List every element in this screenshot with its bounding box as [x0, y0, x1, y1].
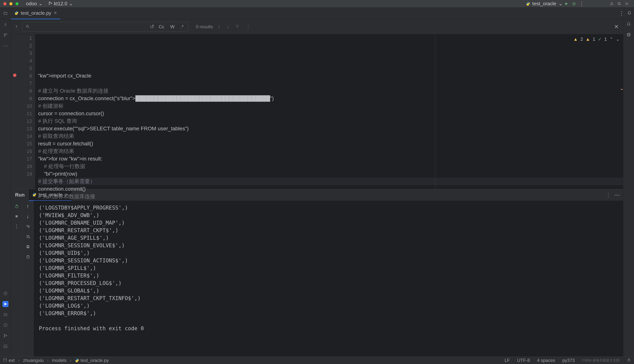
notifications-icon[interactable]: [627, 10, 631, 16]
run-config-selector[interactable]: test_oracle ⌄: [526, 1, 563, 6]
chevron-down-icon: ⌄: [69, 1, 73, 6]
right-toolbar: [623, 19, 634, 356]
zoom-window[interactable]: [16, 2, 19, 5]
svg-rect-23: [16, 216, 18, 218]
svg-point-9: [16, 12, 16, 12]
notifications-tool-icon[interactable]: [627, 22, 631, 28]
run-output-toolbar: ↑ ↓: [22, 201, 34, 356]
breadcrumb[interactable]: models: [52, 358, 67, 363]
inspection-widget[interactable]: ▲2 ▲1 ✓1 ⌃ ⌄: [573, 36, 620, 43]
find-bar: ↺ Cc W .* 0 results ↑ ↓ ⋮ ✕: [11, 19, 623, 34]
clear-icon[interactable]: [26, 254, 30, 260]
breakpoint-gutter[interactable]: [11, 34, 19, 189]
svg-rect-29: [628, 360, 630, 361]
line-number-gutter: 12345678910111213141516171819: [19, 34, 35, 189]
file-encoding[interactable]: UTF-8: [517, 358, 530, 363]
settings-icon[interactable]: [623, 0, 630, 8]
breadcrumb-separator: ›: [47, 358, 49, 363]
svg-point-7: [618, 2, 620, 4]
close-tab-icon[interactable]: ✕: [54, 10, 57, 16]
breadcrumb[interactable]: zhuangxiu: [23, 358, 44, 363]
watermark: CSDN @每天都是大太阳: [582, 358, 620, 363]
commit-tool-icon[interactable]: [3, 22, 9, 28]
svg-point-22: [26, 25, 28, 27]
debug-button[interactable]: [570, 0, 578, 8]
python-icon: [32, 192, 37, 197]
svg-point-18: [4, 334, 5, 335]
tab-options-icon[interactable]: ⋮: [619, 10, 624, 16]
database-tool-icon[interactable]: [627, 32, 631, 38]
interpreter[interactable]: py373: [562, 358, 574, 363]
scroll-down-icon[interactable]: ↓: [27, 214, 29, 220]
chevron-down-icon: ⌄: [39, 1, 43, 6]
regex-toggle[interactable]: .*: [179, 24, 185, 30]
project-selector[interactable]: odoo ⌄: [26, 1, 43, 6]
lock-icon[interactable]: [627, 358, 631, 363]
rerun-icon[interactable]: [14, 203, 20, 210]
run-more-icon[interactable]: ⋮: [14, 223, 20, 229]
terminal-tool-icon[interactable]: [3, 343, 9, 349]
svg-point-19: [4, 336, 5, 337]
history-icon[interactable]: ↺: [150, 24, 154, 30]
prev-match-icon[interactable]: ↑: [217, 23, 222, 31]
account-icon[interactable]: [608, 0, 615, 8]
line-ending[interactable]: LF: [504, 358, 510, 363]
print-icon[interactable]: [26, 244, 30, 250]
svg-rect-24: [27, 246, 29, 247]
minimize-window[interactable]: [10, 2, 13, 5]
stop-icon[interactable]: [14, 213, 20, 220]
run-config-name: test_oracle: [532, 1, 556, 6]
indent-setting[interactable]: 4 spaces: [537, 358, 555, 363]
typo-icon: ✓: [598, 36, 602, 43]
close-window[interactable]: [4, 2, 7, 5]
structure-tool-icon[interactable]: [3, 32, 9, 38]
soft-wrap-icon[interactable]: [26, 224, 30, 230]
breadcrumb-separator: ›: [70, 358, 72, 363]
filter-icon[interactable]: [234, 23, 241, 31]
scroll-up-icon[interactable]: ↑: [27, 203, 29, 209]
find-input[interactable]: [33, 24, 147, 30]
python-console-icon[interactable]: [3, 312, 9, 318]
svg-point-3: [527, 2, 527, 3]
run-tool-label[interactable]: Run: [11, 192, 29, 198]
run-button[interactable]: [563, 0, 570, 8]
problems-tool-icon[interactable]: [3, 322, 9, 328]
breadcrumb[interactable]: ext: [9, 358, 15, 363]
whole-word-toggle[interactable]: W: [169, 24, 176, 30]
scroll-to-end-icon[interactable]: [26, 234, 30, 240]
svg-rect-28: [4, 358, 7, 361]
svg-point-27: [627, 33, 630, 34]
more-icon[interactable]: ⋮: [578, 0, 585, 8]
svg-rect-16: [4, 314, 7, 316]
find-input-container: ↺ Cc W .*: [22, 22, 188, 32]
project-tool-button[interactable]: [0, 11, 11, 16]
next-problem-icon[interactable]: ⌄: [616, 36, 620, 43]
match-case-toggle[interactable]: Cc: [157, 24, 166, 30]
svg-point-1: [49, 4, 50, 5]
code-area[interactable]: ▲2 ▲1 ✓1 ⌃ ⌄ "kw">import cx_Oracle# 建立与 …: [35, 34, 623, 189]
tool-window-icon[interactable]: [3, 358, 7, 363]
vcs-branch-selector[interactable]: kt12.0 ⌄: [48, 1, 73, 6]
svg-point-6: [611, 2, 612, 4]
more-tool-icon[interactable]: ⋯: [3, 42, 9, 49]
run-output[interactable]: ('LOGSTDBY$APPLY_PROGRESS',) ('MVIEW$_AD…: [34, 201, 623, 356]
find-more-icon[interactable]: ⋮: [244, 22, 252, 31]
python-icon: [526, 2, 530, 6]
next-match-icon[interactable]: ↓: [226, 23, 230, 31]
vcs-tool-icon[interactable]: [3, 333, 9, 339]
run-tool-icon[interactable]: [3, 301, 9, 307]
prev-problem-icon[interactable]: ⌃: [609, 36, 613, 43]
file-tab-name: test_oracle.py: [21, 10, 51, 16]
file-tab[interactable]: test_oracle.py ✕: [11, 8, 60, 19]
window-controls: [4, 2, 19, 5]
svg-rect-13: [6, 34, 7, 35]
branch-name: kt12.0: [54, 1, 67, 6]
services-tool-icon[interactable]: [3, 290, 9, 296]
expand-replace-icon[interactable]: [14, 24, 19, 30]
svg-point-11: [5, 24, 6, 25]
search-icon[interactable]: [615, 0, 623, 8]
code-editor[interactable]: 12345678910111213141516171819 ▲2 ▲1 ✓1 ⌃…: [11, 34, 623, 189]
search-icon: [26, 24, 30, 30]
close-find-icon[interactable]: ✕: [613, 22, 620, 31]
breadcrumb[interactable]: test_oracle.py: [81, 358, 109, 363]
